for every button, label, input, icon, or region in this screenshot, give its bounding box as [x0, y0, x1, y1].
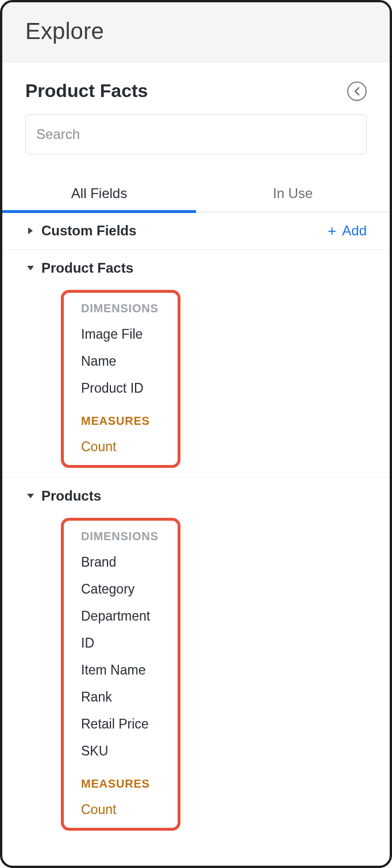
measures-heading: MEASURES [64, 774, 178, 796]
dimension-field[interactable]: Image File [64, 321, 178, 348]
explore-title: Explore [25, 18, 367, 44]
dimension-field[interactable]: Name [64, 348, 178, 375]
dimension-field[interactable]: SKU [64, 738, 178, 765]
tab-in-use[interactable]: In Use [196, 177, 390, 212]
caret-right-icon [20, 227, 41, 235]
add-custom-field-button[interactable]: + Add [328, 223, 367, 239]
view-section-products: Products DIMENSIONS Brand Category Depar… [2, 478, 390, 831]
dimension-field[interactable]: Retail Price [64, 711, 178, 738]
custom-fields-label: Custom Fields [41, 223, 328, 239]
dimension-field[interactable]: Category [64, 576, 178, 603]
measure-field[interactable]: Count [64, 433, 178, 460]
explore-header: Explore [2, 2, 390, 62]
view-header-products[interactable]: Products [2, 478, 390, 514]
dimension-field[interactable]: Brand [64, 549, 178, 576]
explore-subheader: Product Facts All Fields In Use [2, 62, 390, 212]
view-name: Products [41, 488, 367, 504]
collapse-panel-button[interactable] [347, 82, 367, 101]
dimension-field[interactable]: Department [64, 603, 178, 630]
explore-name: Product Facts [25, 80, 148, 102]
measure-field[interactable]: Count [64, 796, 178, 823]
chevron-left-icon [353, 87, 361, 96]
dimensions-heading: DIMENSIONS [64, 526, 178, 549]
view-header-product-facts[interactable]: Product Facts [2, 250, 390, 286]
add-label: Add [342, 223, 367, 239]
plus-icon: + [328, 223, 336, 238]
dimension-field[interactable]: Rank [64, 684, 178, 711]
dimension-field[interactable]: Item Name [64, 657, 178, 684]
measures-heading: MEASURES [64, 411, 178, 433]
custom-fields-header[interactable]: Custom Fields + Add [2, 212, 390, 249]
field-tabs: All Fields In Use [2, 177, 390, 212]
fields-highlight-box: DIMENSIONS Brand Category Department ID … [61, 518, 180, 831]
dimension-field[interactable]: ID [64, 630, 178, 657]
tab-all-fields[interactable]: All Fields [2, 177, 196, 212]
view-name: Product Facts [41, 260, 367, 276]
explore-panel: Explore Product Facts All Fields In Use … [0, 0, 392, 868]
search-wrap [25, 114, 367, 154]
subheader-row: Product Facts [25, 80, 367, 102]
caret-down-icon [20, 493, 41, 499]
view-section-product-facts: Product Facts DIMENSIONS Image File Name… [2, 250, 390, 478]
fields-highlight-box: DIMENSIONS Image File Name Product ID ME… [61, 290, 180, 468]
search-input[interactable] [25, 114, 367, 154]
dimensions-heading: DIMENSIONS [64, 299, 178, 321]
dimension-field[interactable]: Product ID [64, 375, 178, 402]
caret-down-icon [20, 265, 41, 272]
custom-fields-section: Custom Fields + Add [2, 212, 390, 250]
